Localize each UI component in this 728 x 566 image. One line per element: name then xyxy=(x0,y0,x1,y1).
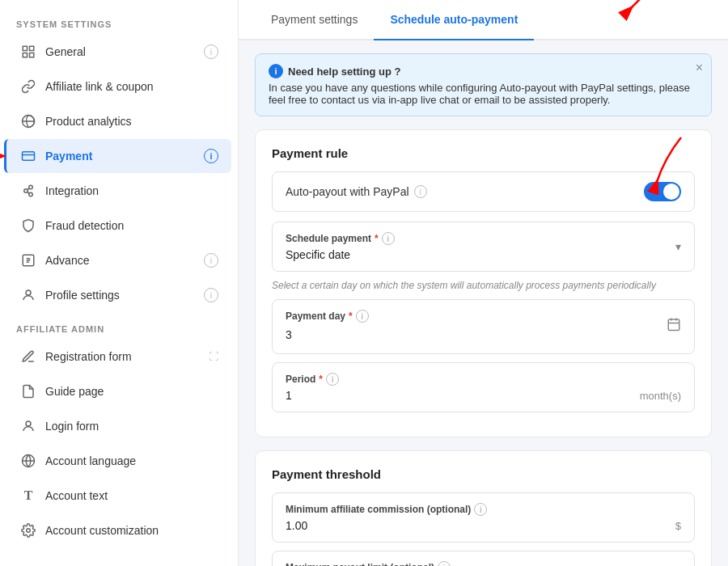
advance-icon xyxy=(19,251,37,269)
sidebar-item-login-form[interactable]: Login form xyxy=(6,409,231,443)
sidebar-item-label: Registration form xyxy=(45,350,132,363)
sidebar-item-label: Guide page xyxy=(45,385,104,398)
login-form-icon xyxy=(19,417,37,435)
toggle-arrow-annotation xyxy=(633,133,697,190)
min-commission-label: Minimum affiliate commission (optional) … xyxy=(286,503,681,516)
period-field: Period * i 1 month(s) xyxy=(272,362,695,412)
tabs-bar: Payment settings Schedule auto-payment xyxy=(239,0,728,40)
tab-payment-settings[interactable]: Payment settings xyxy=(255,0,374,40)
account-language-icon xyxy=(19,452,37,470)
payment-arrow-annotation xyxy=(0,144,11,168)
tab-schedule-auto-payment[interactable]: Schedule auto-payment xyxy=(374,0,534,40)
sidebar-item-fraud-detection[interactable]: Fraud detection xyxy=(6,209,231,243)
sidebar-item-affiliate-link[interactable]: Affiliate link & coupon xyxy=(6,70,231,103)
sidebar-item-label: Fraud detection xyxy=(45,219,124,232)
max-payout-label: Maximum payout limit (optional) i xyxy=(286,561,681,566)
sidebar-item-general[interactable]: General i xyxy=(6,35,231,69)
period-unit: month(s) xyxy=(640,390,681,402)
system-settings-title: SYSTEM SETTINGS xyxy=(0,8,238,34)
sidebar-item-account-text[interactable]: T Account text xyxy=(6,479,231,513)
min-commission-value: 1.00 xyxy=(286,519,307,532)
content-area: × i Need help setting up ? In case you h… xyxy=(239,40,728,566)
affiliate-link-icon xyxy=(19,78,37,95)
max-payout-info-icon[interactable]: i xyxy=(438,561,451,566)
period-info-icon[interactable]: i xyxy=(326,373,339,386)
sidebar-item-registration-form[interactable]: Registration form ⛶ xyxy=(6,340,231,374)
min-commission-unit: $ xyxy=(675,520,681,532)
sidebar-item-account-language[interactable]: Account language xyxy=(6,444,231,478)
payment-info-icon[interactable]: i xyxy=(204,149,218,163)
sidebar-item-label: Account text xyxy=(45,489,108,502)
advance-info-icon[interactable]: i xyxy=(204,253,218,268)
svg-point-16 xyxy=(26,290,31,295)
payment-icon xyxy=(19,147,37,165)
min-commission-info-icon[interactable]: i xyxy=(474,503,487,516)
payment-rule-title: Payment rule xyxy=(272,146,695,160)
sidebar-item-account-customization[interactable]: Account customization xyxy=(6,513,231,547)
svg-rect-21 xyxy=(668,319,679,331)
account-customization-icon xyxy=(19,522,37,539)
sidebar-item-label: Profile settings xyxy=(45,289,120,302)
info-header: i Need help setting up ? xyxy=(269,64,698,78)
period-value: 1 xyxy=(286,389,292,402)
payment-day-field: Payment day * i 3 xyxy=(272,299,695,354)
svg-line-10 xyxy=(28,188,29,190)
fraud-detection-icon xyxy=(19,217,37,234)
sidebar-item-label: Integration xyxy=(45,184,99,197)
min-commission-field: Minimum affiliate commission (optional) … xyxy=(272,492,695,543)
integration-icon xyxy=(19,182,37,200)
profile-settings-icon xyxy=(19,286,37,304)
profile-info-icon[interactable]: i xyxy=(204,288,218,302)
sidebar-item-profile-settings[interactable]: Profile settings i xyxy=(6,278,231,312)
schedule-payment-value: Specific date xyxy=(286,248,681,261)
max-payout-field: Maximum payout limit (optional) i 211.00… xyxy=(272,551,695,566)
svg-line-11 xyxy=(28,192,29,193)
info-title: Need help setting up ? xyxy=(288,65,400,78)
sidebar-item-label: Affiliate link & coupon xyxy=(45,80,154,93)
auto-payout-toggle[interactable] xyxy=(644,182,681,201)
sidebar-item-label: Account customization xyxy=(45,524,159,537)
sidebar-item-label: Login form xyxy=(45,420,99,433)
sidebar-item-label: Account language xyxy=(45,454,136,467)
main-content: Payment settings Schedule auto-payment ×… xyxy=(239,0,728,566)
sidebar-item-payment[interactable]: Payment i xyxy=(4,139,231,173)
calendar-icon xyxy=(667,317,681,335)
schedule-payment-label: Schedule payment * i xyxy=(286,232,681,245)
payment-day-info-icon[interactable]: i xyxy=(356,310,369,323)
schedule-hint: Select a certain day on which the system… xyxy=(272,280,695,291)
sidebar-item-label: General xyxy=(45,45,86,58)
sidebar-item-label: Payment xyxy=(45,150,92,163)
sidebar-item-advance[interactable]: Advance i xyxy=(6,243,231,277)
tab-arrow-annotation xyxy=(582,0,679,16)
schedule-info-icon[interactable]: i xyxy=(382,232,395,245)
period-label: Period * i xyxy=(286,373,681,386)
svg-rect-1 xyxy=(30,46,34,50)
svg-rect-0 xyxy=(23,46,27,50)
sidebar-item-guide-page[interactable]: Guide page xyxy=(6,374,231,408)
schedule-payment-field[interactable]: Schedule payment * i Specific date ▾ xyxy=(272,222,695,272)
dropdown-arrow-icon: ▾ xyxy=(675,240,681,253)
sidebar-item-product-analytics[interactable]: Product analytics xyxy=(6,104,231,138)
sidebar-item-integration[interactable]: Integration xyxy=(6,174,231,208)
sidebar-item-label: Product analytics xyxy=(45,115,132,128)
info-box: × i Need help setting up ? In case you h… xyxy=(255,53,712,116)
payment-day-label: Payment day * i xyxy=(286,310,681,323)
affiliate-admin-title: AFFILIATE ADMIN xyxy=(0,313,238,339)
sidebar-item-label: Advance xyxy=(45,254,89,267)
info-body: In case you have any questions while con… xyxy=(269,82,698,106)
svg-point-17 xyxy=(26,421,31,426)
close-button[interactable]: × xyxy=(696,61,703,75)
general-icon xyxy=(19,43,37,61)
payment-threshold-title: Payment threshold xyxy=(272,467,695,481)
registration-form-icon xyxy=(19,348,37,365)
auto-payout-info-icon[interactable]: i xyxy=(414,185,427,198)
expand-icon[interactable]: ⛶ xyxy=(209,351,218,362)
svg-point-20 xyxy=(27,529,31,533)
svg-rect-2 xyxy=(23,53,27,57)
payment-threshold-card: Payment threshold Minimum affiliate comm… xyxy=(255,450,712,566)
general-info-icon[interactable]: i xyxy=(204,44,218,59)
product-analytics-icon xyxy=(19,112,37,130)
payment-rule-card: Payment rule Auto-payout with PayPal i xyxy=(255,129,712,437)
auto-payout-row: Auto-payout with PayPal i xyxy=(272,171,695,212)
sidebar: SYSTEM SETTINGS General i Affiliate link… xyxy=(0,0,239,566)
